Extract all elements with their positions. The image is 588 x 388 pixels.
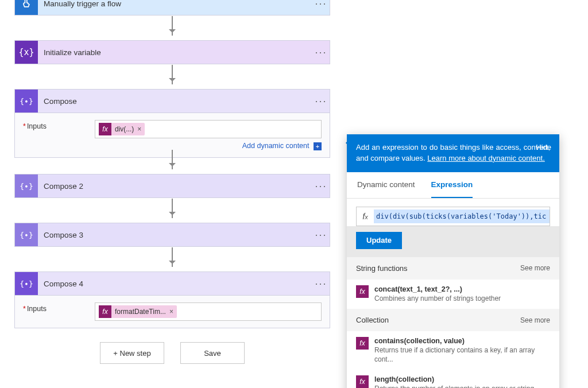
save-button[interactable]: Save xyxy=(180,342,245,364)
compose-icon: {∙} xyxy=(15,90,38,112)
expression-token[interactable]: fx formatDateTim... × xyxy=(99,305,177,318)
fx-icon: fx xyxy=(357,211,374,221)
new-step-button[interactable]: + New step xyxy=(100,342,164,364)
inputs-field[interactable]: fx div(...) × xyxy=(95,120,322,138)
card-compose-2[interactable]: {∙} Compose 2 ··· xyxy=(14,174,330,198)
fx-icon: fx xyxy=(356,375,369,388)
touch-icon xyxy=(15,0,38,15)
connector-arrow xyxy=(172,65,173,84)
fx-icon: fx xyxy=(99,305,111,318)
compose-icon: {∙} xyxy=(15,174,38,197)
card-init-variable[interactable]: {x} Initialize variable ··· xyxy=(14,40,330,64)
plus-icon[interactable]: + xyxy=(314,142,322,150)
update-button[interactable]: Update xyxy=(356,232,402,249)
learn-more-link[interactable]: Learn more about dynamic content. xyxy=(427,154,545,162)
connector-arrow xyxy=(172,199,173,218)
expression-input-box[interactable]: fx div(div(sub(ticks(variables('Today'))… xyxy=(356,207,550,226)
card-compose[interactable]: {∙} Compose ··· *Inputs fx div(...) × xyxy=(14,89,330,158)
card-menu[interactable]: ··· xyxy=(312,95,330,107)
fn-item[interactable]: fxlength(collection)Returns the number o… xyxy=(347,370,559,388)
expression-token[interactable]: fx div(...) × xyxy=(99,123,145,135)
card-menu[interactable]: ··· xyxy=(312,229,330,241)
fx-icon: fx xyxy=(356,337,369,350)
card-menu[interactable]: ··· xyxy=(312,0,330,10)
card-trigger[interactable]: Manually trigger a flow ··· xyxy=(14,0,330,15)
panel-tabs: Dynamic content Expression xyxy=(347,172,559,199)
card-menu[interactable]: ··· xyxy=(312,46,330,59)
card-title: Compose 2 xyxy=(38,182,312,191)
hide-panel-link[interactable]: Hide xyxy=(536,142,551,153)
connector-arrow xyxy=(172,16,173,36)
compose-icon: {∙} xyxy=(15,223,38,246)
expression-input[interactable]: div(div(sub(ticks(variables('Today')),ti… xyxy=(374,209,550,223)
card-menu[interactable]: ··· xyxy=(312,278,330,290)
add-dynamic-content-link[interactable]: Add dynamic content xyxy=(242,142,310,150)
field-label-inputs: *Inputs xyxy=(23,120,95,130)
fx-icon: fx xyxy=(356,285,369,298)
inputs-field[interactable]: fx formatDateTim... × xyxy=(95,302,322,321)
see-more-link[interactable]: See more xyxy=(520,264,550,272)
fn-item[interactable]: fxconcat(text_1, text_2?, ...)Combines a… xyxy=(347,280,559,309)
card-title: Compose xyxy=(38,97,312,106)
fn-group-header[interactable]: CollectionSee more xyxy=(347,309,559,331)
card-compose-3[interactable]: {∙} Compose 3 ··· xyxy=(14,223,330,247)
card-title: Compose 4 xyxy=(38,280,312,288)
compose-icon: {∙} xyxy=(15,272,38,295)
panel-intro: Add an expression to do basic things lik… xyxy=(347,134,559,172)
expression-panel: Add an expression to do basic things lik… xyxy=(347,134,559,388)
fn-group-header[interactable]: String functionsSee more xyxy=(347,257,559,280)
see-more-link[interactable]: See more xyxy=(520,316,550,324)
fx-icon: fx xyxy=(99,123,111,135)
card-menu[interactable]: ··· xyxy=(312,180,330,192)
variable-icon: {x} xyxy=(15,41,38,64)
connector-arrow xyxy=(172,247,173,267)
token-remove[interactable]: × xyxy=(137,125,141,133)
token-remove[interactable]: × xyxy=(169,308,173,316)
tab-dynamic-content[interactable]: Dynamic content xyxy=(357,172,415,198)
card-title: Initialize variable xyxy=(38,48,312,57)
card-title: Manually trigger a flow xyxy=(38,0,312,8)
field-label-inputs: *Inputs xyxy=(23,302,95,313)
tab-expression[interactable]: Expression xyxy=(431,172,473,198)
card-compose-4[interactable]: {∙} Compose 4 ··· *Inputs fx formatDateT… xyxy=(14,271,330,328)
fn-item[interactable]: fxcontains(collection, value)Returns tru… xyxy=(347,331,559,370)
connector-arrow xyxy=(172,150,173,169)
card-title: Compose 3 xyxy=(38,231,312,239)
